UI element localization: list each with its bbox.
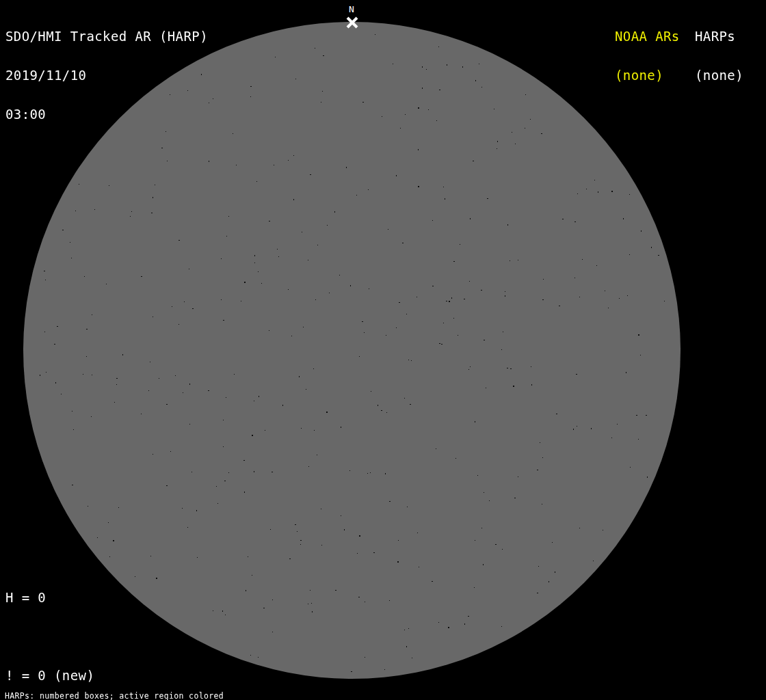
harp-count-line: H = 0 bbox=[5, 591, 159, 604]
north-label: N bbox=[345, 5, 358, 14]
harps-status: HARPs (none) bbox=[695, 4, 743, 95]
solar-tracking-frame: { "header": { "title": "SDO/HMI Tracked … bbox=[0, 0, 766, 700]
harps-value: (none) bbox=[695, 69, 743, 82]
legend-spacer bbox=[5, 630, 159, 643]
north-pole-cross-icon bbox=[346, 16, 358, 29]
harps-label: HARPs bbox=[695, 30, 743, 43]
noaa-ars-label: NOAA ARs bbox=[615, 30, 680, 43]
footer-caption: HARPs: numbered boxes; active region col… bbox=[5, 677, 293, 700]
footer-harps-note: HARPs: numbered boxes; active region col… bbox=[5, 692, 293, 700]
noaa-ars-value: (none) bbox=[615, 69, 680, 82]
header: SDO/HMI Tracked AR (HARP) 2019/11/10 03:… bbox=[5, 4, 208, 134]
observation-date: 2019/11/10 bbox=[5, 69, 208, 82]
observation-time: 03:00 bbox=[5, 108, 208, 121]
page-title: SDO/HMI Tracked AR (HARP) bbox=[5, 30, 208, 43]
noaa-ars-status: NOAA ARs (none) bbox=[615, 4, 680, 95]
